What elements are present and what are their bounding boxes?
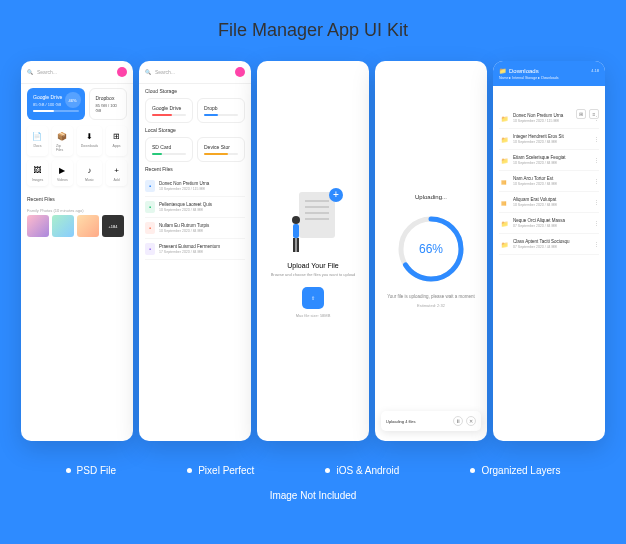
footer-text: Organized Layers — [481, 465, 560, 476]
avatar[interactable] — [117, 67, 127, 77]
file-item[interactable]: ▪Praesent Euismod Fermentum17 September … — [145, 239, 245, 260]
upload-sub: Browse and choose the files you want to … — [271, 272, 356, 278]
breadcrumb[interactable]: Name ▸ Internal Storage ▸ Downloads — [499, 76, 599, 80]
bullet-icon — [325, 468, 330, 473]
footer-text: iOS & Android — [336, 465, 399, 476]
header: 📁Downloads4.18 Name ▸ Internal Storage ▸… — [493, 61, 605, 86]
pause-button[interactable]: ⏸ — [453, 416, 463, 426]
footer: PSD FilePixel PerfectiOS & AndroidOrgani… — [10, 465, 616, 476]
google-drive-card[interactable]: Google Drive 85 GB / 100 GB 46% — [27, 88, 85, 120]
t: Dropb — [204, 105, 238, 111]
category-videos[interactable]: ▶Videos — [52, 160, 73, 186]
screen-storage: 🔍 Search... Cloud Storage Google Drive D… — [139, 61, 251, 441]
search-bar: 🔍 Search... — [21, 61, 133, 84]
file-meta: 07 September 2020 / 44 MB — [513, 245, 590, 249]
category-label: Images — [32, 178, 43, 182]
sd-card[interactable]: SD Card — [145, 137, 193, 162]
more-icon[interactable]: ⋮ — [594, 199, 599, 205]
t: SD Card — [152, 144, 186, 150]
footer-item: PSD File — [66, 465, 116, 476]
folder-icon: 📁 — [499, 154, 509, 166]
file-meta: 10 September 2020 / 115 MB — [159, 187, 245, 191]
more-icon[interactable]: ⋮ — [594, 220, 599, 226]
file-item[interactable]: ▪Donec Non Pretium Urna10 September 2020… — [145, 176, 245, 197]
search-input[interactable]: Search... — [155, 69, 231, 75]
svg-point-0 — [292, 216, 300, 224]
category-downloads[interactable]: ⬇Downloads — [77, 126, 102, 156]
category-icon: 📄 — [31, 130, 43, 142]
folder-icon: ▦ — [499, 175, 509, 187]
avatar[interactable] — [235, 67, 245, 77]
category-docs[interactable]: 📄Docs — [27, 126, 48, 156]
dropbox-sub: 85 GB / 100 GB — [96, 103, 121, 113]
folder-icon: ▦ — [499, 196, 509, 208]
file-meta: 10 September 2020 / 84 MB — [513, 161, 590, 165]
file-meta: 10 September 2020 / 84 MB — [513, 182, 590, 186]
more-icon[interactable]: ⋮ — [594, 178, 599, 184]
category-apps[interactable]: ⊞Apps — [106, 126, 127, 156]
category-icon: ⬇ — [83, 130, 95, 142]
search-bar: 🔍 Search... — [139, 61, 251, 84]
dropbox-card[interactable]: Dropbox 85 GB / 100 GB — [89, 88, 128, 120]
bullet-icon — [66, 468, 71, 473]
search-icon: 🔍 — [145, 69, 151, 75]
search-input[interactable]: Search... — [37, 69, 113, 75]
file-item[interactable]: ▪Pellentesque Laoreet Quis10 September 2… — [145, 197, 245, 218]
thumbnails: +184 — [21, 215, 133, 237]
upload-button[interactable]: ⇧ — [302, 287, 324, 309]
grid-view-button[interactable]: ⊞ — [576, 109, 586, 119]
more-icon[interactable]: ⋮ — [594, 157, 599, 163]
file-type-icon: ▪ — [145, 243, 155, 255]
t: Google Drive — [152, 105, 186, 111]
file-item[interactable]: 📁Integer Hendrerit Eros Sit10 September … — [499, 129, 599, 150]
upload-icon: ⇧ — [311, 295, 315, 301]
file-item[interactable]: ▦Nam Arcu Tortor Est10 September 2020 / … — [499, 171, 599, 192]
thumb-1[interactable] — [27, 215, 49, 237]
dropbox-card[interactable]: Dropb — [197, 98, 245, 123]
drive-card[interactable]: Google Drive — [145, 98, 193, 123]
file-item[interactable]: ▪Nullam Eu Rutrum Turpis10 September 202… — [145, 218, 245, 239]
category-label: Zip Files — [56, 144, 69, 152]
category-label: Downloads — [81, 144, 98, 148]
file-type-icon: ▪ — [145, 222, 155, 234]
list-view-button[interactable]: ≡ — [589, 109, 599, 119]
cancel-button[interactable]: ✕ — [466, 416, 476, 426]
file-item[interactable]: 📁Class Aptent Taciti Sociosqu07 Septembe… — [499, 234, 599, 255]
count: 4.18 — [591, 68, 599, 73]
category-icon: 📦 — [56, 130, 68, 142]
folder-icon: 📁 — [499, 112, 509, 124]
progress-percent: 66% — [419, 242, 443, 256]
category-zip-files[interactable]: 📦Zip Files — [52, 126, 73, 156]
file-list: 📁Donec Non Pretium Urna10 September 2020… — [493, 108, 605, 255]
svg-rect-1 — [293, 224, 299, 238]
file-meta: 10 September 2020 / 84 MB — [159, 208, 245, 212]
add-fab[interactable]: + — [329, 188, 343, 202]
file-meta: 10 September 2020 / 84 MB — [513, 203, 590, 207]
t: Device Stor — [204, 144, 238, 150]
more-icon[interactable]: ⋮ — [594, 241, 599, 247]
dropbox-title: Dropbox — [96, 95, 121, 101]
category-add[interactable]: +Add — [106, 160, 127, 186]
disclaimer: Image Not Included — [270, 490, 357, 501]
file-name: Nullam Eu Rutrum Turpis — [159, 223, 245, 228]
file-item[interactable]: 📁Etiam Scelerisque Feugiat10 September 2… — [499, 150, 599, 171]
screens-row: 🔍 Search... Google Drive 85 GB / 100 GB … — [21, 61, 605, 441]
device-card[interactable]: Device Stor — [197, 137, 245, 162]
estimated-time: Estimated: 2:32 — [417, 303, 445, 308]
category-images[interactable]: 🖼Images — [27, 160, 48, 186]
thumb-3[interactable] — [77, 215, 99, 237]
folder-icon: 📁 — [499, 217, 509, 229]
thumb-2[interactable] — [52, 215, 74, 237]
footer-text: Pixel Perfect — [198, 465, 254, 476]
svg-rect-2 — [293, 238, 296, 252]
file-item[interactable]: 📁Neque Orci Aliquet Massa07 September 20… — [499, 213, 599, 234]
thumb-more[interactable]: +184 — [102, 215, 124, 237]
file-item[interactable]: ▦Aliquam Erat Volutpat10 September 2020 … — [499, 192, 599, 213]
category-icon: 🖼 — [31, 164, 43, 176]
more-icon[interactable]: ⋮ — [594, 136, 599, 142]
file-meta: 10 September 2020 / 84 MB — [513, 140, 590, 144]
footer-item: Organized Layers — [470, 465, 560, 476]
recent-title: Recent Files — [21, 192, 133, 206]
category-music[interactable]: ♪Music — [77, 160, 102, 186]
file-meta: 07 September 2020 / 84 MB — [513, 224, 590, 228]
